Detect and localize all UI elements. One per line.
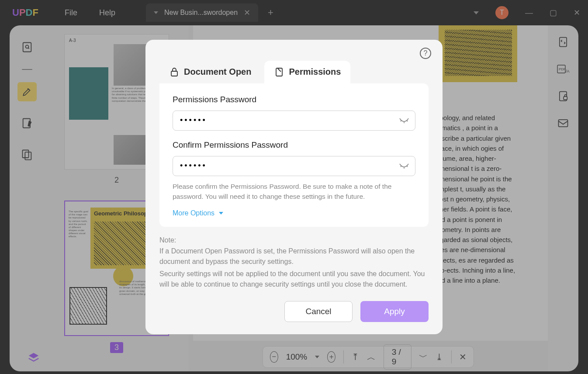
tab-document-open-label: Document Open xyxy=(184,67,251,77)
permissions-password-input[interactable] xyxy=(173,111,415,131)
password-helper-text: Please confirm the Permissions Password.… xyxy=(173,181,415,202)
show-confirm-password-icon[interactable] xyxy=(399,161,409,170)
permissions-password-label: Permissions Password xyxy=(173,95,415,104)
help-icon[interactable]: ? xyxy=(420,48,431,59)
tab-permissions[interactable]: Permissions xyxy=(264,61,350,83)
svg-rect-13 xyxy=(276,68,282,76)
note-text-1: If a Document Open Password is set, the … xyxy=(159,246,429,267)
note-heading: Note: xyxy=(159,236,429,244)
apply-button[interactable]: Apply xyxy=(360,301,429,322)
tab-permissions-label: Permissions xyxy=(289,67,341,77)
note-text-2: Security settings will not be applied to… xyxy=(159,269,429,290)
svg-rect-12 xyxy=(171,71,177,76)
confirm-password-label: Confirm Permissions Password xyxy=(173,140,415,150)
lock-icon xyxy=(169,67,180,77)
permissions-icon xyxy=(274,67,284,77)
tab-document-open[interactable]: Document Open xyxy=(159,61,261,83)
cancel-button[interactable]: Cancel xyxy=(284,301,353,322)
more-options-toggle[interactable]: More Options xyxy=(173,209,415,217)
password-dialog: ? Document Open Permissions Permissions … xyxy=(145,40,443,335)
confirm-password-input[interactable] xyxy=(173,156,415,176)
more-options-label: More Options xyxy=(173,209,214,217)
modal-overlay: ? Document Open Permissions Permissions … xyxy=(0,0,588,374)
permissions-panel: Permissions Password Confirm Permissions… xyxy=(159,83,429,227)
chevron-down-icon xyxy=(219,212,223,215)
show-password-icon[interactable] xyxy=(399,116,409,125)
